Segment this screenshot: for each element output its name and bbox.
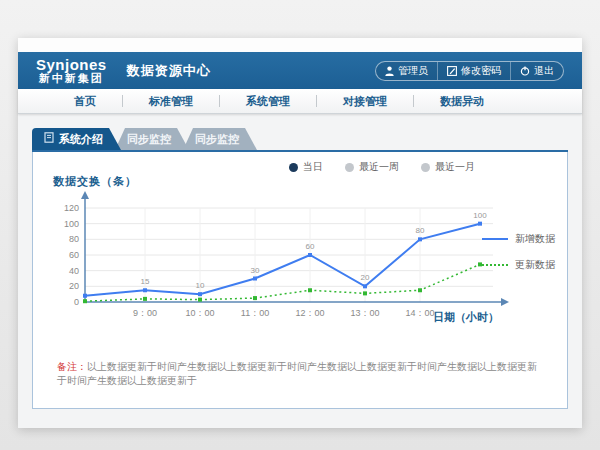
svg-text:80: 80 [416, 226, 425, 235]
main-navbar: 首页 标准管理 系统管理 对接管理 数据异动 [18, 89, 582, 114]
app-window: Synjones 新中新集团 数据资源中心 管理员 修改密码 退出 [18, 38, 582, 428]
svg-text:120: 120 [64, 203, 79, 213]
nav-item-data-change[interactable]: 数据异动 [414, 94, 510, 109]
svg-text:14：00: 14：00 [405, 308, 434, 318]
tab-label: 系统介绍 [59, 128, 103, 150]
legend-item-updated-data[interactable]: 更新数据 [482, 258, 555, 272]
nav-item-system-management[interactable]: 系统管理 [220, 94, 316, 109]
chart-legend: 新增数据 更新数据 [482, 232, 555, 272]
x-axis-title: 日期（小时） [433, 310, 499, 325]
svg-text:13：00: 13：00 [350, 308, 379, 318]
page-top-strip [18, 38, 582, 52]
tab-sync-monitor-1[interactable]: 同步监控 [115, 128, 189, 150]
svg-text:20: 20 [361, 273, 370, 282]
svg-text:12：00: 12：00 [295, 308, 324, 318]
radio-last-week[interactable]: 最近一周 [345, 160, 399, 174]
current-user-label: 管理员 [398, 64, 428, 78]
svg-text:100: 100 [473, 211, 487, 220]
footnote-label: 备注： [57, 361, 87, 372]
logo-text-cn: 新中新集团 [39, 73, 104, 85]
svg-text:10: 10 [196, 281, 205, 290]
radio-label: 最近一月 [435, 160, 475, 174]
legend-label: 更新数据 [515, 258, 555, 272]
document-icon [44, 128, 54, 150]
svg-text:60: 60 [69, 250, 79, 260]
svg-text:20: 20 [69, 281, 79, 291]
chart-card: 当日 最近一周 最近一月 数据交换（条） 0204060801001209：00… [32, 152, 568, 409]
current-user-button[interactable]: 管理员 [376, 62, 437, 80]
svg-text:15: 15 [141, 277, 150, 286]
radio-dot-icon [345, 163, 354, 172]
user-icon [385, 66, 394, 76]
change-password-label: 修改密码 [461, 64, 501, 78]
radio-dot-icon [289, 163, 298, 172]
nav-item-integration-management[interactable]: 对接管理 [317, 94, 413, 109]
logo-text-en: Synjones [36, 57, 107, 73]
content-area: 系统介绍 同步监控 同步监控 当日 最近一周 [18, 114, 582, 428]
page-title: 数据资源中心 [127, 62, 211, 80]
tab-bar: 系统介绍 同步监控 同步监控 [32, 128, 582, 150]
nav-item-home[interactable]: 首页 [48, 94, 122, 109]
user-toolbar: 管理员 修改密码 退出 [375, 61, 564, 81]
radio-dot-icon [421, 163, 430, 172]
svg-text:10：00: 10：00 [185, 308, 214, 318]
svg-text:60: 60 [306, 242, 315, 251]
logout-button[interactable]: 退出 [510, 62, 563, 80]
dotted-line-icon [482, 264, 508, 266]
solid-line-icon [482, 238, 508, 240]
edit-icon [447, 66, 457, 76]
company-logo: Synjones 新中新集团 [28, 57, 121, 84]
svg-text:30: 30 [251, 266, 260, 275]
legend-label: 新增数据 [515, 232, 555, 246]
tab-sync-monitor-2[interactable]: 同步监控 [183, 128, 257, 150]
radio-label: 当日 [303, 160, 323, 174]
legend-item-new-data[interactable]: 新增数据 [482, 232, 555, 246]
footnote-text: 以上数据更新于时间产生数据以上数据更新于时间产生数据以上数据更新于时间产生数据以… [57, 361, 537, 386]
time-range-filter: 当日 最近一周 最近一月 [289, 160, 475, 174]
svg-text:80: 80 [69, 234, 79, 244]
nav-item-standard-management[interactable]: 标准管理 [123, 94, 219, 109]
svg-text:100: 100 [64, 219, 79, 229]
tab-label: 同步监控 [195, 128, 239, 150]
y-axis-title: 数据交换（条） [53, 174, 137, 189]
svg-text:40: 40 [69, 266, 79, 276]
radio-today[interactable]: 当日 [289, 160, 323, 174]
svg-text:11：00: 11：00 [241, 308, 269, 318]
tab-system-intro[interactable]: 系统介绍 [32, 128, 121, 150]
radio-last-month[interactable]: 最近一月 [421, 160, 475, 174]
svg-text:9：00: 9：00 [133, 308, 157, 318]
tab-label: 同步监控 [127, 128, 171, 150]
svg-text:0: 0 [74, 297, 79, 307]
radio-label: 最近一周 [359, 160, 399, 174]
footnote: 备注：以上数据更新于时间产生数据以上数据更新于时间产生数据以上数据更新于时间产生… [57, 360, 543, 388]
app-header: Synjones 新中新集团 数据资源中心 管理员 修改密码 退出 [18, 52, 582, 89]
logout-label: 退出 [534, 64, 554, 78]
change-password-button[interactable]: 修改密码 [437, 62, 510, 80]
power-icon [520, 66, 530, 76]
